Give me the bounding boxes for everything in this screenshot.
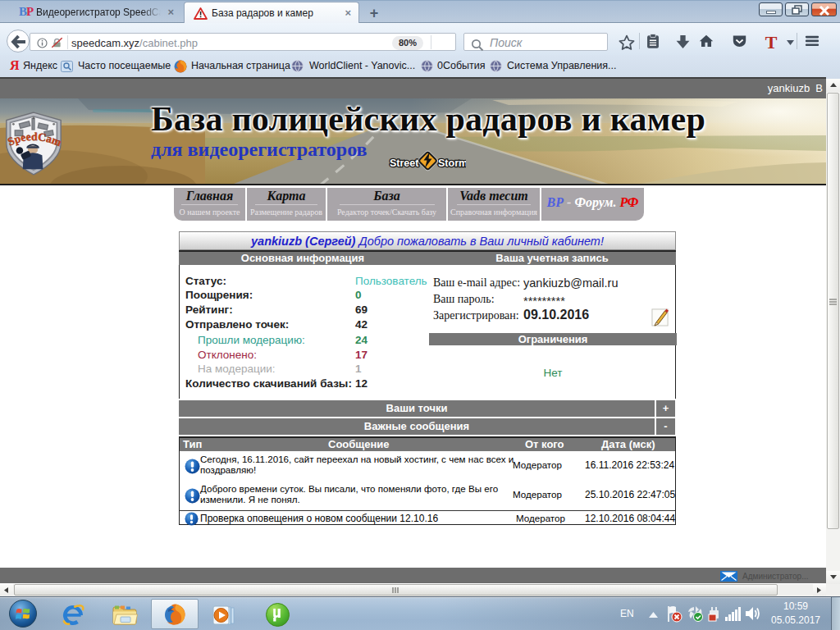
svg-text:Street: Street <box>390 158 419 169</box>
svg-text:Storm: Storm <box>438 158 466 169</box>
